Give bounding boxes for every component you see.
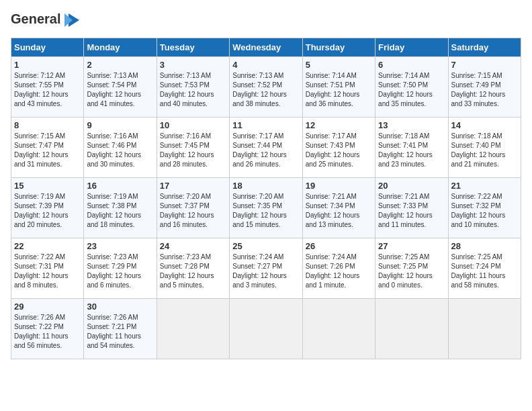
- day-info: Sunrise: 7:15 AM Sunset: 7:49 PM Dayligh…: [451, 71, 518, 109]
- calendar-day-cell: 13 Sunrise: 7:18 AM Sunset: 7:41 PM Dayl…: [375, 118, 448, 178]
- day-number: 29: [14, 302, 81, 312]
- day-number: 19: [306, 181, 372, 191]
- sunrise-label: Sunrise: 7:15 AM: [451, 72, 502, 79]
- weekday-header-cell: Tuesday: [157, 38, 229, 57]
- day-number: 16: [87, 181, 153, 191]
- calendar-week-row: 1 Sunrise: 7:12 AM Sunset: 7:55 PM Dayli…: [11, 57, 521, 118]
- calendar-day-cell: 9 Sunrise: 7:16 AM Sunset: 7:46 PM Dayli…: [84, 118, 157, 178]
- sunrise-label: Sunrise: 7:14 AM: [378, 72, 429, 79]
- sunrise-label: Sunrise: 7:13 AM: [87, 72, 138, 79]
- day-info: Sunrise: 7:14 AM Sunset: 7:50 PM Dayligh…: [378, 71, 445, 109]
- day-info: Sunrise: 7:18 AM Sunset: 7:40 PM Dayligh…: [451, 132, 518, 169]
- sunset-label: Sunset: 7:44 PM: [232, 142, 282, 149]
- day-info: Sunrise: 7:23 AM Sunset: 7:29 PM Dayligh…: [87, 253, 153, 290]
- calendar-day-cell: 4 Sunrise: 7:13 AM Sunset: 7:52 PM Dayli…: [230, 57, 302, 118]
- day-number: 27: [378, 241, 445, 251]
- day-info: Sunrise: 7:15 AM Sunset: 7:47 PM Dayligh…: [14, 132, 81, 169]
- day-info: Sunrise: 7:24 AM Sunset: 7:26 PM Dayligh…: [306, 253, 372, 290]
- sunrise-label: Sunrise: 7:20 AM: [160, 193, 211, 200]
- sunset-label: Sunset: 7:25 PM: [378, 263, 428, 270]
- day-info: Sunrise: 7:13 AM Sunset: 7:54 PM Dayligh…: [87, 71, 153, 109]
- day-number: 6: [378, 60, 445, 70]
- daylight-label: Daylight: 12 hours and 15 minutes.: [232, 212, 287, 228]
- day-info: Sunrise: 7:22 AM Sunset: 7:32 PM Dayligh…: [451, 192, 518, 230]
- day-info: Sunrise: 7:17 AM Sunset: 7:44 PM Dayligh…: [232, 132, 299, 169]
- weekday-header-cell: Sunday: [11, 38, 84, 57]
- daylight-label: Daylight: 12 hours and 33 minutes.: [451, 91, 506, 107]
- daylight-label: Daylight: 12 hours and 25 minutes.: [306, 151, 360, 168]
- sunset-label: Sunset: 7:52 PM: [232, 81, 282, 89]
- calendar-day-cell: 17 Sunrise: 7:20 AM Sunset: 7:37 PM Dayl…: [157, 178, 229, 238]
- day-info: Sunrise: 7:24 AM Sunset: 7:27 PM Dayligh…: [232, 253, 299, 290]
- sunset-label: Sunset: 7:40 PM: [451, 142, 501, 149]
- sunset-label: Sunset: 7:21 PM: [87, 323, 136, 330]
- day-info: Sunrise: 7:13 AM Sunset: 7:53 PM Dayligh…: [160, 71, 226, 109]
- calendar-day-cell: 18 Sunrise: 7:20 AM Sunset: 7:35 PM Dayl…: [230, 178, 302, 238]
- daylight-label: Daylight: 12 hours and 8 minutes.: [14, 272, 69, 289]
- calendar-day-cell: 10 Sunrise: 7:16 AM Sunset: 7:45 PM Dayl…: [157, 118, 229, 178]
- sunset-label: Sunset: 7:24 PM: [451, 263, 501, 270]
- daylight-label: Daylight: 11 hours and 56 minutes.: [14, 332, 69, 349]
- day-info: Sunrise: 7:26 AM Sunset: 7:22 PM Dayligh…: [14, 313, 81, 351]
- daylight-label: Daylight: 12 hours and 31 minutes.: [14, 151, 69, 168]
- calendar-day-cell: 28 Sunrise: 7:25 AM Sunset: 7:24 PM Dayl…: [448, 238, 521, 299]
- calendar-day-cell: 15 Sunrise: 7:19 AM Sunset: 7:39 PM Dayl…: [11, 178, 84, 238]
- calendar-table: SundayMondayTuesdayWednesdayThursdayFrid…: [11, 38, 521, 359]
- sunset-label: Sunset: 7:35 PM: [232, 202, 282, 210]
- sunset-label: Sunset: 7:33 PM: [378, 202, 428, 210]
- calendar-day-cell: 6 Sunrise: 7:14 AM Sunset: 7:50 PM Dayli…: [375, 57, 448, 118]
- sunrise-label: Sunrise: 7:25 AM: [451, 253, 502, 261]
- daylight-label: Daylight: 12 hours and 18 minutes.: [87, 212, 141, 228]
- sunrise-label: Sunrise: 7:18 AM: [378, 132, 429, 140]
- day-number: 13: [378, 120, 445, 130]
- sunrise-label: Sunrise: 7:16 AM: [160, 132, 211, 140]
- daylight-label: Daylight: 12 hours and 3 minutes.: [232, 272, 287, 289]
- calendar-day-cell: 21 Sunrise: 7:22 AM Sunset: 7:32 PM Dayl…: [448, 178, 521, 238]
- daylight-label: Daylight: 12 hours and 38 minutes.: [232, 91, 287, 107]
- day-number: 21: [451, 181, 518, 191]
- day-info: Sunrise: 7:21 AM Sunset: 7:34 PM Dayligh…: [306, 192, 372, 230]
- sunrise-label: Sunrise: 7:26 AM: [14, 314, 65, 321]
- daylight-label: Daylight: 12 hours and 26 minutes.: [232, 151, 287, 168]
- daylight-label: Daylight: 12 hours and 30 minutes.: [87, 151, 141, 168]
- calendar-day-cell: 20 Sunrise: 7:21 AM Sunset: 7:33 PM Dayl…: [375, 178, 448, 238]
- day-number: 8: [14, 120, 81, 130]
- sunset-label: Sunset: 7:50 PM: [378, 81, 428, 89]
- sunrise-label: Sunrise: 7:16 AM: [87, 132, 138, 140]
- calendar-day-cell: 1 Sunrise: 7:12 AM Sunset: 7:55 PM Dayli…: [11, 57, 84, 118]
- day-info: Sunrise: 7:19 AM Sunset: 7:38 PM Dayligh…: [87, 192, 153, 230]
- sunset-label: Sunset: 7:38 PM: [87, 202, 136, 210]
- calendar-day-cell: 19 Sunrise: 7:21 AM Sunset: 7:34 PM Dayl…: [302, 178, 375, 238]
- calendar-day-cell: 7 Sunrise: 7:15 AM Sunset: 7:49 PM Dayli…: [448, 57, 521, 118]
- daylight-label: Daylight: 12 hours and 43 minutes.: [14, 91, 69, 107]
- day-number: 25: [232, 241, 299, 251]
- logo-text: General: [11, 11, 81, 30]
- sunset-label: Sunset: 7:55 PM: [14, 81, 64, 89]
- sunset-label: Sunset: 7:37 PM: [160, 202, 210, 210]
- sunset-label: Sunset: 7:46 PM: [87, 142, 136, 149]
- sunrise-label: Sunrise: 7:15 AM: [14, 132, 65, 140]
- daylight-label: Daylight: 12 hours and 28 minutes.: [160, 151, 214, 168]
- sunrise-label: Sunrise: 7:24 AM: [306, 253, 357, 261]
- calendar-week-row: 15 Sunrise: 7:19 AM Sunset: 7:39 PM Dayl…: [11, 178, 521, 238]
- calendar-day-cell: 16 Sunrise: 7:19 AM Sunset: 7:38 PM Dayl…: [84, 178, 157, 238]
- calendar-day-cell: [230, 299, 302, 359]
- day-number: 26: [306, 241, 372, 251]
- calendar-day-cell: [302, 299, 375, 359]
- page-header: General: [11, 11, 521, 30]
- day-info: Sunrise: 7:20 AM Sunset: 7:35 PM Dayligh…: [232, 192, 299, 230]
- sunset-label: Sunset: 7:51 PM: [306, 81, 355, 89]
- day-info: Sunrise: 7:18 AM Sunset: 7:41 PM Dayligh…: [378, 132, 445, 169]
- calendar-day-cell: 27 Sunrise: 7:25 AM Sunset: 7:25 PM Dayl…: [375, 238, 448, 299]
- daylight-label: Daylight: 12 hours and 40 minutes.: [160, 91, 214, 107]
- day-number: 20: [378, 181, 445, 191]
- weekday-header-cell: Friday: [375, 38, 448, 57]
- daylight-label: Daylight: 12 hours and 20 minutes.: [14, 212, 69, 228]
- day-info: Sunrise: 7:16 AM Sunset: 7:45 PM Dayligh…: [160, 132, 226, 169]
- sunrise-label: Sunrise: 7:26 AM: [87, 314, 138, 321]
- daylight-label: Daylight: 12 hours and 23 minutes.: [378, 151, 433, 168]
- day-number: 30: [87, 302, 153, 312]
- day-number: 24: [160, 241, 226, 251]
- sunset-label: Sunset: 7:26 PM: [306, 263, 355, 270]
- calendar-week-row: 29 Sunrise: 7:26 AM Sunset: 7:22 PM Dayl…: [11, 299, 521, 359]
